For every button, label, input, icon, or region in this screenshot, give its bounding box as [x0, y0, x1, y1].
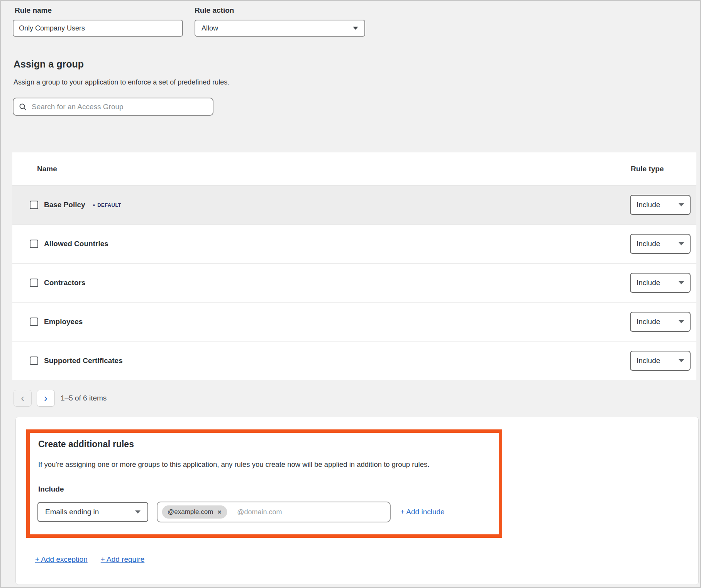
- default-badge-bullet-icon: •: [93, 202, 95, 208]
- search-input[interactable]: [31, 102, 207, 112]
- chevron-down-icon: [679, 242, 684, 245]
- rule-type-select[interactable]: Include: [630, 273, 691, 293]
- rule-action-select[interactable]: Allow: [195, 20, 365, 37]
- chevron-down-icon: [679, 203, 684, 206]
- table-row: Contractors Include: [12, 263, 696, 302]
- access-groups-table: Name Rule type Base Policy • DEFAULT Inc…: [12, 152, 696, 380]
- rule-type-select[interactable]: Include: [630, 195, 691, 215]
- chevron-left-icon: ‹: [21, 393, 24, 404]
- group-name: Allowed Countries: [44, 240, 108, 248]
- add-include-link[interactable]: + Add include: [400, 508, 445, 516]
- create-additional-rules-description: If you're assigning one or more groups t…: [38, 460, 429, 469]
- table-row: Supported Certificates Include: [12, 341, 696, 380]
- rule-criteria-value: Emails ending in: [45, 508, 99, 516]
- rule-type-select[interactable]: Include: [630, 312, 691, 332]
- access-group-search[interactable]: [13, 98, 213, 116]
- chevron-down-icon: [679, 359, 684, 362]
- email-domain-input[interactable]: [236, 508, 385, 517]
- rule-action-label: Rule action: [195, 6, 234, 15]
- rule-type-value: Include: [637, 357, 660, 365]
- previous-page-button[interactable]: ‹: [14, 390, 32, 407]
- next-page-button[interactable]: ›: [37, 390, 55, 407]
- group-name: Contractors: [44, 279, 86, 287]
- chip-label: @example.com: [168, 508, 213, 516]
- email-domain-tag-input[interactable]: @example.com ✕: [157, 502, 391, 522]
- pagination: ‹ › 1–5 of 6 items: [14, 390, 107, 407]
- chevron-down-icon: [353, 27, 358, 30]
- add-require-link[interactable]: + Add require: [101, 555, 145, 564]
- row-checkbox[interactable]: [30, 279, 38, 287]
- rule-type-value: Include: [637, 318, 660, 326]
- include-rule-row: Emails ending in @example.com ✕ + Add in…: [37, 502, 445, 522]
- rule-type-value: Include: [637, 279, 660, 287]
- row-checkbox[interactable]: [30, 357, 38, 365]
- include-label: Include: [38, 485, 64, 493]
- rule-type-value: Include: [637, 201, 660, 209]
- table-row: Employees Include: [12, 302, 696, 341]
- chevron-down-icon: [679, 320, 684, 323]
- annotation-highlight-box: Create additional rules If you're assign…: [26, 429, 502, 538]
- group-name: Supported Certificates: [44, 357, 123, 365]
- assign-group-description: Assign a group to your application to en…: [14, 78, 229, 86]
- group-name: Employees: [44, 318, 83, 326]
- add-exception-link[interactable]: + Add exception: [35, 555, 88, 564]
- row-checkbox[interactable]: [30, 201, 38, 209]
- rule-name-input[interactable]: [13, 20, 183, 37]
- group-name: Base Policy: [44, 201, 85, 209]
- email-domain-chip: @example.com ✕: [162, 505, 227, 519]
- rule-criteria-select[interactable]: Emails ending in: [37, 502, 148, 522]
- table-row: Base Policy • DEFAULT Include: [12, 185, 696, 224]
- search-icon: [19, 103, 27, 111]
- row-checkbox[interactable]: [30, 240, 38, 248]
- chevron-down-icon: [679, 281, 684, 284]
- column-header-name: Name: [37, 165, 57, 173]
- access-rule-page: Rule name Rule action Allow Assign a gro…: [0, 0, 701, 588]
- pagination-label: 1–5 of 6 items: [61, 394, 107, 402]
- additional-rules-card: Create additional rules If you're assign…: [15, 417, 699, 585]
- rule-action-value: Allow: [201, 24, 218, 32]
- chevron-down-icon: [135, 510, 141, 514]
- rule-type-select[interactable]: Include: [630, 351, 691, 371]
- rule-type-select[interactable]: Include: [630, 234, 691, 254]
- table-row: Allowed Countries Include: [12, 224, 696, 263]
- default-badge: • DEFAULT: [93, 202, 121, 208]
- row-checkbox[interactable]: [30, 318, 38, 326]
- chevron-right-icon: ›: [44, 393, 47, 404]
- rule-type-value: Include: [637, 240, 660, 248]
- column-header-rule-type: Rule type: [631, 165, 664, 173]
- table-header: Name Rule type: [12, 152, 696, 185]
- assign-group-heading: Assign a group: [14, 59, 84, 70]
- rule-footer-links: + Add exception + Add require: [35, 555, 144, 564]
- default-badge-label: DEFAULT: [97, 202, 121, 208]
- chip-remove-icon[interactable]: ✕: [217, 509, 222, 515]
- rule-name-label: Rule name: [15, 6, 52, 15]
- create-additional-rules-heading: Create additional rules: [38, 439, 134, 449]
